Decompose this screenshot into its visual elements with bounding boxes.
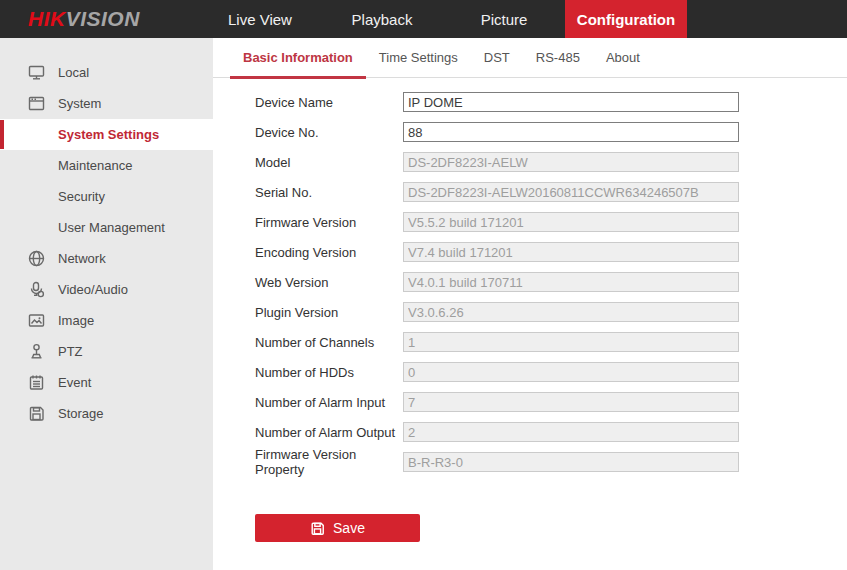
web-version-field: [403, 272, 739, 292]
firmware-version-label: Firmware Version: [255, 215, 403, 230]
serial-no-field: [403, 182, 739, 202]
sidebar-item-label: System: [58, 96, 101, 111]
sidebar-item-event[interactable]: Event: [0, 367, 213, 398]
tab-basic-information[interactable]: Basic Information: [230, 38, 366, 79]
form-row: Plugin Version: [213, 297, 847, 327]
form-row: Device Name: [213, 87, 847, 117]
form-row: Encoding Version: [213, 237, 847, 267]
form-row: Firmware Version Property: [213, 447, 847, 477]
save-button-label: Save: [333, 520, 365, 536]
number-of-hdds-field: [403, 362, 739, 382]
basic-information-form: Device Name Device No. Model Serial No. …: [213, 78, 847, 542]
nav-live-view[interactable]: Live View: [199, 0, 321, 38]
image-icon: [28, 312, 45, 329]
sidebar-item-video-audio[interactable]: Video/Audio: [0, 274, 213, 305]
sidebar-item-system[interactable]: System: [0, 88, 213, 119]
form-row: Number of Channels: [213, 327, 847, 357]
sidebar-item-label: Local: [58, 65, 89, 80]
nav-picture[interactable]: Picture: [443, 0, 565, 38]
form-row: Serial No.: [213, 177, 847, 207]
save-floppy-icon: [310, 521, 325, 536]
form-row: Number of Alarm Input: [213, 387, 847, 417]
tab-time-settings[interactable]: Time Settings: [366, 38, 471, 79]
serial-no-label: Serial No.: [255, 185, 403, 200]
firmware-version-field: [403, 212, 739, 232]
sidebar-item-system-settings[interactable]: System Settings: [0, 119, 213, 150]
tab-rs-485[interactable]: RS-485: [523, 38, 593, 79]
main-content: Basic Information Time Settings DST RS-4…: [213, 38, 847, 570]
sidebar-item-user-management[interactable]: User Management: [0, 212, 213, 243]
model-label: Model: [255, 155, 403, 170]
monitor-icon: [28, 64, 45, 81]
tab-about[interactable]: About: [593, 38, 653, 79]
sidebar-item-local[interactable]: Local: [0, 57, 213, 88]
hikvision-logo: HIKVISION: [28, 0, 140, 38]
number-of-channels-label: Number of Channels: [255, 335, 403, 350]
sidebar-item-storage[interactable]: Storage: [0, 398, 213, 429]
notepad-icon: [28, 374, 45, 391]
firmware-version-property-label: Firmware Version Property: [255, 447, 403, 477]
form-row: Number of HDDs: [213, 357, 847, 387]
device-name-input[interactable]: [403, 92, 739, 112]
sidebar-item-label: Video/Audio: [58, 282, 128, 297]
sidebar-item-label: Storage: [58, 406, 104, 421]
plugin-version-field: [403, 302, 739, 322]
sidebar-item-security[interactable]: Security: [0, 181, 213, 212]
sidebar-item-network[interactable]: Network: [0, 243, 213, 274]
sidebar-item-ptz[interactable]: PTZ: [0, 336, 213, 367]
form-row: Model: [213, 147, 847, 177]
sidebar-item-label: Security: [58, 189, 105, 204]
window-icon: [28, 95, 45, 112]
firmware-version-property-field: [403, 452, 739, 472]
globe-icon: [28, 250, 45, 267]
form-row: Web Version: [213, 267, 847, 297]
form-row: Device No.: [213, 117, 847, 147]
encoding-version-field: [403, 242, 739, 262]
tab-dst[interactable]: DST: [471, 38, 523, 79]
plugin-version-label: Plugin Version: [255, 305, 403, 320]
number-of-alarm-input-field: [403, 392, 739, 412]
sidebar-item-maintenance[interactable]: Maintenance: [0, 150, 213, 181]
sidebar-item-label: Maintenance: [58, 158, 132, 173]
web-version-label: Web Version: [255, 275, 403, 290]
sidebar-item-label: PTZ: [58, 344, 83, 359]
topbar: HIKVISION Live View Playback Picture Con…: [0, 0, 847, 38]
sidebar-item-label: Network: [58, 251, 106, 266]
model-field: [403, 152, 739, 172]
form-row: Number of Alarm Output: [213, 417, 847, 447]
sidebar-item-label: Image: [58, 313, 94, 328]
form-row: Firmware Version: [213, 207, 847, 237]
logo-text-vision: VISION: [66, 7, 140, 31]
number-of-alarm-output-field: [403, 422, 739, 442]
number-of-alarm-output-label: Number of Alarm Output: [255, 425, 403, 440]
sidebar: Local System System Settings Maintenance…: [0, 38, 213, 570]
nav-configuration[interactable]: Configuration: [565, 0, 687, 38]
top-navigation: Live View Playback Picture Configuration: [199, 0, 687, 38]
tab-bar: Basic Information Time Settings DST RS-4…: [213, 38, 847, 78]
number-of-alarm-input-label: Number of Alarm Input: [255, 395, 403, 410]
sidebar-item-label: System Settings: [58, 127, 159, 142]
sidebar-item-label: Event: [58, 375, 91, 390]
number-of-hdds-label: Number of HDDs: [255, 365, 403, 380]
device-no-input[interactable]: [403, 122, 739, 142]
nav-playback[interactable]: Playback: [321, 0, 443, 38]
logo-text-hik: HIK: [28, 7, 66, 31]
sidebar-item-image[interactable]: Image: [0, 305, 213, 336]
joystick-icon: [28, 343, 45, 360]
number-of-channels-field: [403, 332, 739, 352]
sidebar-item-label: User Management: [58, 220, 165, 235]
microphone-icon: [28, 281, 45, 298]
floppy-icon: [28, 405, 45, 422]
device-name-label: Device Name: [255, 95, 403, 110]
device-no-label: Device No.: [255, 125, 403, 140]
save-button[interactable]: Save: [255, 514, 420, 542]
encoding-version-label: Encoding Version: [255, 245, 403, 260]
